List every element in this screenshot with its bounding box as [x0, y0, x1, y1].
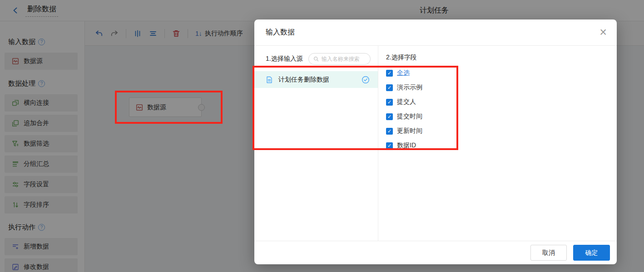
checkbox-field-submitter[interactable]: 提交人	[386, 98, 617, 106]
search-input[interactable]	[322, 56, 366, 62]
search-icon	[313, 56, 319, 62]
checkbox-checked-icon[interactable]	[386, 99, 393, 106]
checkbox-checked-icon[interactable]	[386, 84, 393, 91]
checkbox-select-all[interactable]: 全选	[386, 69, 617, 77]
checkbox-checked-icon[interactable]	[386, 113, 393, 120]
step1-label: 1.选择输入源	[266, 55, 303, 63]
modal-title: 输入数据	[266, 28, 295, 37]
checkbox-field-update-time[interactable]: 更新时间	[386, 127, 617, 135]
cancel-button[interactable]: 取消	[530, 245, 567, 261]
modal-footer: 取消 确定	[254, 241, 617, 264]
modal-body: 1.选择输入源 计划任务删除数据 2.选择字	[254, 46, 617, 241]
checkbox-field-data-id[interactable]: 数据ID	[386, 141, 617, 150]
source-list-item-selected[interactable]: 计划任务删除数据	[254, 71, 378, 88]
modal-header: 输入数据 ×	[254, 19, 617, 46]
source-select-panel: 1.选择输入源 计划任务删除数据	[254, 46, 378, 241]
checkbox-label: 更新时间	[397, 127, 422, 135]
field-checkbox-list: 全选 演示示例 提交人 提交时间	[386, 69, 617, 150]
checkbox-label[interactable]: 全选	[397, 69, 410, 77]
checkbox-label: 演示示例	[397, 83, 422, 92]
checkbox-label: 提交人	[397, 98, 416, 106]
document-icon	[266, 76, 273, 83]
checkbox-field-submit-time[interactable]: 提交时间	[386, 112, 617, 121]
source-panel-header: 1.选择输入源	[254, 46, 378, 65]
confirm-button[interactable]: 确定	[573, 245, 610, 261]
checkbox-checked-icon[interactable]	[386, 70, 393, 77]
input-data-modal: 输入数据 × 1.选择输入源 计划任务删除数据	[254, 19, 617, 264]
app-window: 删除数据 计划任务 输入数据 ? 数据源 数据处理 ?	[0, 0, 644, 272]
checkbox-label: 数据ID	[397, 141, 416, 150]
selected-check-icon	[362, 76, 370, 84]
fields-select-panel: 2.选择字段 全选 演示示例 提交人	[378, 46, 617, 241]
step2-label: 2.选择字段	[386, 53, 417, 61]
checkbox-label: 提交时间	[397, 112, 422, 121]
source-search-box[interactable]	[308, 53, 371, 65]
checkbox-checked-icon[interactable]	[386, 142, 393, 149]
checkbox-field-demo[interactable]: 演示示例	[386, 83, 617, 92]
source-item-label: 计划任务删除数据	[278, 76, 329, 84]
checkbox-checked-icon[interactable]	[386, 128, 393, 135]
close-icon[interactable]: ×	[599, 26, 607, 39]
